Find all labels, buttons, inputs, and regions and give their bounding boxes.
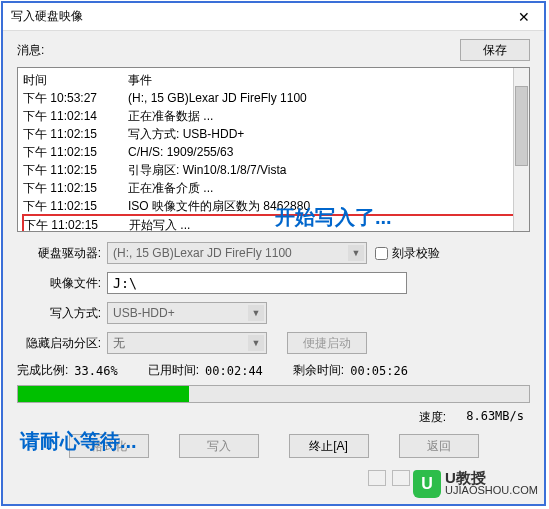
annotation-please-wait: 请耐心等待... bbox=[20, 428, 137, 455]
log-row[interactable]: 下午 11:02:15正在准备介质 ... bbox=[23, 179, 524, 197]
log-row[interactable]: 下午 11:02:15写入方式: USB-HDD+ bbox=[23, 125, 524, 143]
speed-label: 速度: bbox=[419, 409, 446, 426]
log-time: 下午 11:02:15 bbox=[23, 125, 128, 143]
dialog-window: 写入硬盘映像 ✕ 消息: 保存 时间 事件 下午 10:53:27(H:, 15… bbox=[1, 1, 546, 506]
back-button: 返回 bbox=[399, 434, 479, 458]
log-row[interactable]: 下午 11:02:15C/H/S: 1909/255/63 bbox=[23, 143, 524, 161]
write-mode-value: USB-HDD+ bbox=[113, 306, 175, 320]
chevron-down-icon: ▼ bbox=[248, 305, 264, 321]
convenient-boot-button[interactable]: 便捷启动 bbox=[287, 332, 367, 354]
verify-checkbox-wrap[interactable]: 刻录校验 bbox=[375, 245, 440, 262]
progress-bar bbox=[17, 385, 530, 403]
watermark-text: U教授 UJIAOSHOU.COM bbox=[445, 472, 538, 496]
log-time: 下午 11:02:15 bbox=[23, 143, 128, 161]
scrollbar-thumb[interactable] bbox=[515, 86, 528, 166]
elapsed-value: 00:02:44 bbox=[205, 364, 263, 378]
annotation-start-writing: 开始写入了... bbox=[275, 204, 392, 231]
log-row[interactable]: 下午 11:02:14正在准备数据 ... bbox=[23, 107, 524, 125]
shield-icon: U bbox=[413, 470, 441, 498]
done-value: 33.46% bbox=[74, 364, 117, 378]
log-header: 时间 事件 bbox=[23, 71, 524, 89]
info-label: 消息: bbox=[17, 42, 460, 59]
log-time: 下午 11:02:15 bbox=[23, 161, 128, 179]
titlebar: 写入硬盘映像 ✕ bbox=[3, 3, 544, 31]
log-time: 下午 11:02:15 bbox=[23, 197, 128, 215]
elapsed-label: 已用时间: bbox=[148, 362, 199, 379]
log-time: 下午 10:53:27 bbox=[23, 89, 128, 107]
close-button[interactable]: ✕ bbox=[504, 3, 544, 31]
drive-combo[interactable]: (H:, 15 GB)Lexar JD FireFly 1100▼ bbox=[107, 242, 367, 264]
drive-value: (H:, 15 GB)Lexar JD FireFly 1100 bbox=[113, 246, 292, 260]
log-event: C/H/S: 1909/255/63 bbox=[128, 143, 233, 161]
chevron-down-icon: ▼ bbox=[248, 335, 264, 351]
form-area: 硬盘驱动器: (H:, 15 GB)Lexar JD FireFly 1100▼… bbox=[17, 242, 530, 354]
info-row: 消息: 保存 bbox=[3, 31, 544, 65]
verify-label: 刻录校验 bbox=[392, 245, 440, 262]
progress-fill bbox=[18, 386, 189, 402]
write-mode-label: 写入方式: bbox=[17, 305, 107, 322]
remain-value: 00:05:26 bbox=[350, 364, 408, 378]
hidden-partition-combo[interactable]: 无▼ bbox=[107, 332, 267, 354]
verify-checkbox[interactable] bbox=[375, 247, 388, 260]
log-header-time: 时间 bbox=[23, 71, 128, 89]
log-row[interactable]: 下午 11:02:15开始写入 ... bbox=[22, 214, 525, 232]
speed-value: 8.63MB/s bbox=[466, 409, 524, 426]
image-label: 映像文件: bbox=[17, 275, 107, 292]
hidden-partition-value: 无 bbox=[113, 335, 125, 352]
abort-button[interactable]: 终止[A] bbox=[289, 434, 369, 458]
log-event: 开始写入 ... bbox=[129, 216, 190, 232]
log-row[interactable]: 下午 10:53:27(H:, 15 GB)Lexar JD FireFly 1… bbox=[23, 89, 524, 107]
log-row[interactable]: 下午 11:02:15ISO 映像文件的扇区数为 8462880 bbox=[23, 197, 524, 215]
log-event: (H:, 15 GB)Lexar JD FireFly 1100 bbox=[128, 89, 307, 107]
chevron-down-icon: ▼ bbox=[348, 245, 364, 261]
log-row[interactable]: 下午 11:02:15引导扇区: Win10/8.1/8/7/Vista bbox=[23, 161, 524, 179]
log-time: 下午 11:02:15 bbox=[24, 216, 129, 232]
watermark-logo: U U教授 UJIAOSHOU.COM bbox=[413, 470, 538, 498]
log-time: 下午 11:02:14 bbox=[23, 107, 128, 125]
log-event: 正在准备数据 ... bbox=[128, 107, 213, 125]
log-event: 正在准备介质 ... bbox=[128, 179, 213, 197]
speed-row: 速度: 8.63MB/s bbox=[23, 409, 524, 426]
log-time: 下午 11:02:15 bbox=[23, 179, 128, 197]
drive-label: 硬盘驱动器: bbox=[17, 245, 107, 262]
log-event: 引导扇区: Win10/8.1/8/7/Vista bbox=[128, 161, 287, 179]
image-path-input[interactable] bbox=[107, 272, 407, 294]
done-label: 完成比例: bbox=[17, 362, 68, 379]
hidden-partition-label: 隐藏启动分区: bbox=[17, 335, 107, 352]
log-scrollbar[interactable] bbox=[513, 68, 529, 231]
remain-label: 剩余时间: bbox=[293, 362, 344, 379]
close-icon: ✕ bbox=[518, 9, 530, 25]
log-header-event: 事件 bbox=[128, 71, 152, 89]
log-listbox[interactable]: 时间 事件 下午 10:53:27(H:, 15 GB)Lexar JD Fir… bbox=[17, 67, 530, 232]
window-title: 写入硬盘映像 bbox=[11, 8, 83, 25]
write-mode-combo[interactable]: USB-HDD+▼ bbox=[107, 302, 267, 324]
stats-row: 完成比例: 33.46% 已用时间: 00:02:44 剩余时间: 00:05:… bbox=[17, 362, 530, 379]
write-button: 写入 bbox=[179, 434, 259, 458]
save-button[interactable]: 保存 bbox=[460, 39, 530, 61]
log-event: 写入方式: USB-HDD+ bbox=[128, 125, 244, 143]
